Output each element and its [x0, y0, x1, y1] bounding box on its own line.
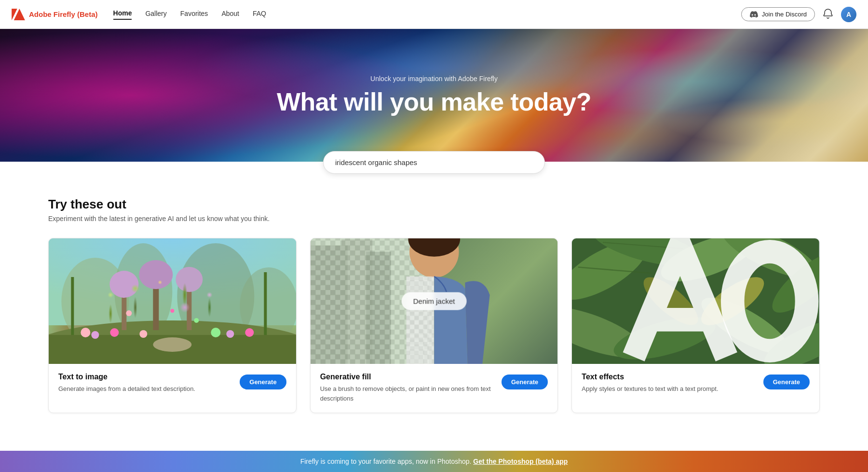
card-text-effects: Text effects Apply styles or textures to… [571, 238, 820, 413]
svg-point-22 [153, 337, 191, 352]
nav-link-faq[interactable]: FAQ [253, 10, 266, 19]
try-section: Try these out Experiment with the latest… [0, 174, 868, 432]
card-footer-text-to-image: Text to image Generate images from a det… [49, 364, 296, 403]
discord-icon [749, 11, 758, 18]
card-text-generative-fill: Generative fill Use a brush to remove ob… [320, 373, 494, 403]
hero-search-input[interactable] [323, 151, 545, 174]
card-footer-generative-fill: Generative fill Use a brush to remove ob… [311, 364, 558, 413]
svg-point-17 [139, 260, 173, 289]
cards-row: Text to image Generate images from a det… [48, 238, 820, 413]
card-footer-text-effects: Text effects Apply styles or textures to… [572, 364, 819, 403]
svg-point-61 [733, 251, 807, 350]
nav-right: Join the Discord A [741, 7, 856, 22]
svg-point-25 [170, 309, 174, 313]
card-text-to-image: Text to image Generate images from a det… [48, 238, 297, 413]
svg-point-11 [211, 328, 220, 337]
card-image-text-effects [572, 238, 819, 364]
navbar: Adobe Firefly (Beta) Home Gallery Favori… [0, 0, 868, 29]
svg-point-19 [176, 267, 203, 292]
text-to-image-illustration [49, 238, 296, 364]
bell-icon [823, 8, 833, 19]
hero-subtitle: Unlock your imagination with Adobe Firef… [277, 75, 591, 83]
card-title-text-effects: Text effects [582, 373, 755, 381]
card-generative-fill: Denim jacket Generative fill Use a brush… [310, 238, 558, 413]
notification-bell[interactable] [823, 8, 833, 21]
generative-fill-overlay: Denim jacket [402, 292, 467, 310]
svg-point-13 [245, 328, 254, 337]
card-image-text-to-image [49, 238, 296, 364]
svg-rect-6 [49, 335, 296, 364]
card-text-text-effects: Text effects Apply styles or textures to… [582, 373, 755, 394]
svg-rect-14 [122, 287, 126, 330]
search-container [0, 151, 868, 174]
card-image-generative-fill: Denim jacket [311, 238, 558, 364]
svg-rect-18 [187, 282, 191, 330]
generate-button-text-to-image[interactable]: Generate [240, 375, 286, 389]
nav-link-favorites[interactable]: Favorites [180, 10, 208, 19]
generate-button-generative-fill[interactable]: Generate [502, 375, 548, 389]
brand-logo[interactable]: Adobe Firefly (Beta) [12, 9, 98, 20]
svg-point-2 [114, 243, 172, 340]
svg-rect-0 [49, 238, 296, 325]
svg-rect-20 [71, 277, 74, 335]
nav-link-gallery[interactable]: Gallery [145, 10, 166, 19]
try-section-title: Try these out [48, 197, 820, 212]
discord-label: Join the Discord [762, 11, 807, 18]
card-text-text-to-image: Text to image Generate images from a det… [58, 373, 232, 394]
svg-point-12 [226, 330, 234, 338]
text-effects-letters [572, 238, 819, 364]
svg-point-24 [126, 310, 132, 316]
discord-button[interactable]: Join the Discord [741, 7, 815, 21]
nav-link-about[interactable]: About [221, 10, 239, 19]
svg-rect-16 [153, 277, 159, 330]
card-title-text-to-image: Text to image [58, 373, 232, 381]
svg-point-15 [109, 271, 138, 298]
brand-name: Adobe Firefly (Beta) [29, 10, 98, 18]
nav-links: Home Gallery Favorites About FAQ [113, 9, 741, 20]
card-desc-text-to-image: Generate images from a detailed text des… [58, 384, 232, 394]
card-title-generative-fill: Generative fill [320, 373, 494, 381]
svg-point-3 [177, 243, 254, 349]
try-section-desc: Experiment with the latest in generative… [48, 215, 820, 222]
svg-point-8 [91, 331, 99, 339]
user-avatar[interactable]: A [841, 7, 856, 22]
hero-banner: Unlock your imagination with Adobe Firef… [0, 29, 868, 162]
svg-point-1 [61, 258, 129, 345]
svg-point-5 [49, 320, 296, 364]
hero-content: Unlock your imagination with Adobe Firef… [277, 75, 591, 116]
adobe-logo-icon [12, 9, 25, 20]
svg-rect-42 [406, 277, 434, 364]
card-desc-text-effects: Apply styles or textures to text with a … [582, 384, 755, 394]
hero-title: What will you make today? [277, 88, 591, 116]
card-desc-generative-fill: Use a brush to remove objects, or paint … [320, 384, 494, 403]
svg-point-23 [194, 318, 199, 323]
svg-point-9 [110, 328, 119, 337]
nav-link-home[interactable]: Home [113, 9, 132, 20]
svg-point-4 [240, 267, 296, 345]
svg-point-10 [139, 330, 147, 338]
generate-button-text-effects[interactable]: Generate [763, 375, 810, 389]
svg-point-7 [81, 328, 90, 337]
svg-rect-21 [264, 272, 267, 335]
